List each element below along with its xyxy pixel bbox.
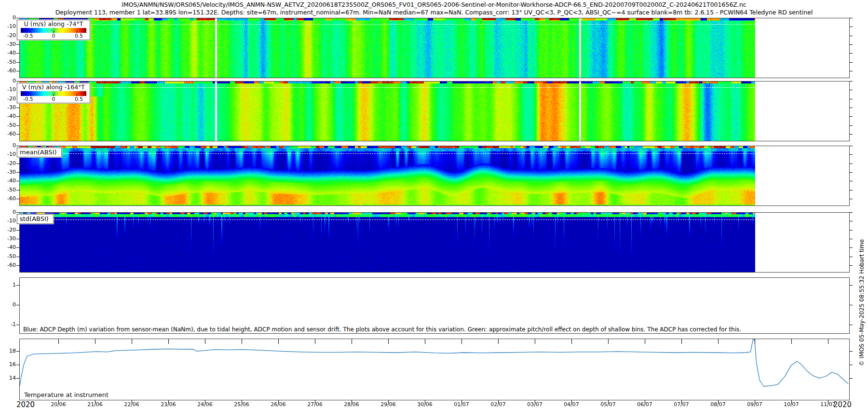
y-tick-label: -30	[1, 105, 16, 110]
colorbar-tick-label: 0	[52, 96, 55, 102]
y-tick-right	[850, 44, 853, 45]
x-tick-top	[205, 339, 205, 344]
x-tick-top	[535, 339, 535, 344]
y-tick-right	[850, 27, 853, 27]
y-tick-right	[850, 365, 853, 365]
x-tick-top	[461, 339, 462, 344]
x-tick-top	[95, 339, 95, 344]
y-tick-label: -50	[1, 254, 16, 260]
y-tick-right	[850, 199, 853, 199]
y-tick-label: -50	[1, 187, 16, 193]
y-tick-right	[850, 164, 853, 164]
x-tick-top	[388, 339, 389, 344]
x-tick-top	[645, 339, 645, 344]
y-tick-right	[850, 247, 853, 248]
colorbar-tick-label: -0.5	[23, 33, 33, 39]
y-tick-right	[850, 378, 853, 379]
x-date-label: 24/06	[197, 401, 213, 408]
x-date-label: 07/07	[674, 401, 689, 408]
x-tick-top	[352, 339, 352, 344]
y-tick-label: -40	[1, 113, 16, 119]
y-tick-left	[16, 378, 19, 379]
x-date-label: 02/07	[490, 401, 506, 408]
y-tick-label: -40	[1, 50, 16, 56]
y-tick-right	[850, 53, 853, 54]
imos-watermark: © IMOS 05-May-2025 08:55:32 Hobart time	[858, 197, 866, 409]
y-tick-label: -20	[1, 96, 16, 102]
y-tick-label: 18	[1, 348, 16, 354]
y-tick-label: 0	[1, 209, 16, 215]
adcp-figure: IMOS/ANMN/NSW/ORS065/Velocity/IMOS_ANMN-…	[0, 0, 868, 410]
y-tick-left	[16, 18, 19, 18]
x-tick-top	[132, 339, 132, 344]
y-tick-left	[16, 247, 19, 248]
y-tick-label: -60	[1, 131, 16, 137]
figure-title-line1: IMOS/ANMN/NSW/ORS065/Velocity/IMOS_ANMN-…	[0, 1, 868, 8]
y-tick-label: 1	[1, 282, 16, 288]
x-date-label: 09/07	[747, 401, 762, 408]
y-tick-left	[16, 125, 19, 126]
y-tick-right	[850, 285, 853, 286]
colorbar-tick-label: 0	[52, 33, 55, 39]
y-tick-left	[16, 365, 19, 365]
y-tick-label: -1	[1, 322, 16, 328]
y-tick-label: -50	[1, 123, 16, 128]
x-date-label: 29/06	[380, 401, 396, 408]
y-tick-right	[850, 230, 853, 231]
y-tick-label: -10	[1, 87, 16, 93]
x-tick-top	[315, 339, 315, 344]
y-tick-label: -20	[1, 227, 16, 233]
y-tick-label: -20	[1, 161, 16, 166]
v-legend-title: V (m/s) along -164°T	[17, 83, 90, 91]
y-tick-right	[850, 239, 853, 239]
y-tick-label: 16	[1, 362, 16, 368]
y-tick-left	[16, 351, 19, 352]
y-tick-left	[16, 305, 19, 305]
y-tick-right	[850, 125, 853, 126]
std-absi-heatmap	[20, 213, 755, 272]
v-velocity-heatmap	[20, 82, 755, 141]
x-tick-top	[498, 339, 499, 344]
y-tick-left	[16, 116, 19, 117]
y-tick-right	[850, 351, 853, 352]
x-tick-top	[278, 339, 279, 344]
x-date-label: 20/06	[51, 401, 66, 408]
y-tick-right	[850, 154, 853, 155]
y-tick-label: -10	[1, 218, 16, 224]
y-tick-left	[16, 239, 19, 239]
y-tick-left	[16, 181, 19, 181]
x-tick-top	[242, 339, 242, 344]
y-tick-right	[850, 36, 853, 36]
panel-temperature: Temperature at instrument	[19, 339, 850, 400]
u-colorbar	[21, 28, 86, 33]
v-colorbar-labels: -0.5 0 0.5	[17, 96, 90, 102]
x-tick-top	[718, 339, 719, 344]
y-tick-left	[16, 172, 19, 173]
y-tick-left	[16, 164, 19, 164]
y-tick-label: 14	[1, 375, 16, 381]
x-date-label: 25/06	[234, 401, 249, 408]
y-tick-label: 0	[1, 302, 16, 308]
u-colorbar-legend: U (m/s) along -74°T -0.5 0 0.5	[17, 20, 90, 40]
y-tick-right	[850, 116, 853, 117]
y-tick-left	[16, 285, 19, 286]
x-date-label: 28/06	[344, 401, 359, 408]
y-tick-label: -30	[1, 236, 16, 242]
y-tick-label: -10	[1, 151, 16, 157]
y-tick-label: -10	[1, 24, 16, 29]
y-tick-right	[850, 81, 853, 82]
y-tick-right	[850, 71, 853, 71]
y-tick-label: -50	[1, 59, 16, 65]
y-tick-right	[850, 265, 853, 266]
panel-u-velocity: U (m/s) along -74°T -0.5 0 0.5	[19, 18, 850, 78]
x-date-label: 10/07	[784, 401, 799, 408]
y-tick-right	[850, 18, 853, 18]
x-tick-top	[571, 339, 572, 344]
x-tick-top	[425, 339, 425, 344]
y-tick-label: -30	[1, 41, 16, 47]
panel-mean-absi: mean(ABSI)	[19, 146, 850, 206]
y-tick-left	[16, 108, 19, 108]
y-tick-right	[850, 305, 853, 305]
y-tick-left	[16, 265, 19, 266]
x-tick-top	[168, 339, 169, 344]
